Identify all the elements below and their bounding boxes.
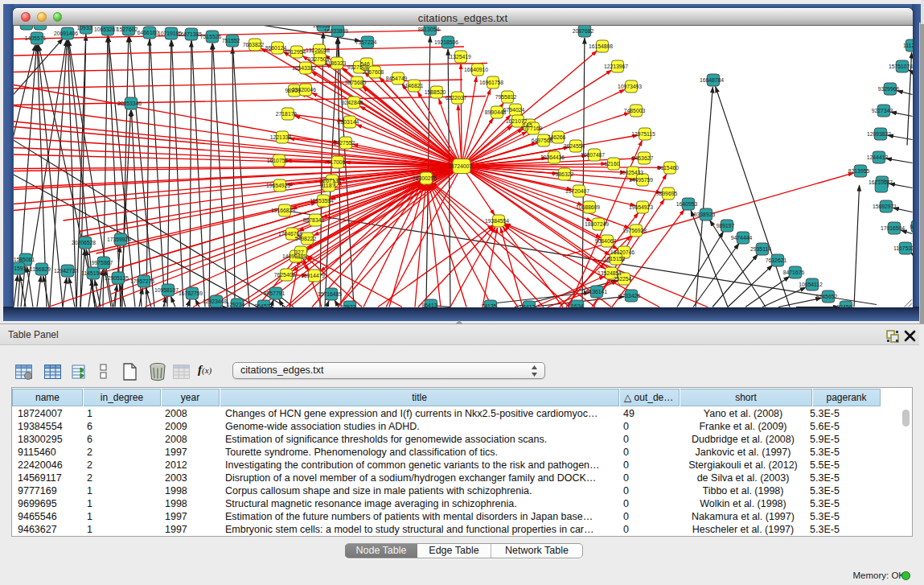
svg-text:15716485: 15716485 [318,291,342,297]
svg-text:1244413: 1244413 [867,154,889,160]
svg-text:1640953: 1640953 [676,201,698,207]
svg-text:391591: 391591 [14,266,27,271]
svg-text:8471676: 8471676 [783,270,805,275]
svg-text:1527602: 1527602 [117,27,138,32]
svg-text:5498222: 5498222 [295,236,317,241]
svg-text:16782759: 16782759 [179,290,203,296]
svg-text:8660124: 8660124 [265,45,287,51]
svg-text:252254: 252254 [614,276,632,282]
svg-text:13226058: 13226058 [306,47,330,53]
svg-text:9115460: 9115460 [658,165,679,171]
svg-text:1221338: 1221338 [270,134,292,140]
svg-text:20364436: 20364436 [540,154,565,160]
svg-text:16640910: 16640910 [464,67,488,72]
svg-text:7632621: 7632621 [766,257,787,263]
svg-text:2367608: 2367608 [363,69,384,75]
svg-text:1585061: 1585061 [14,257,35,262]
svg-text:327: 327 [294,249,304,255]
svg-text:10807487: 10807487 [581,152,605,158]
svg-text:7625402: 7625402 [274,272,296,278]
svg-text:2087682: 2087682 [573,28,594,34]
svg-text:9857791: 9857791 [264,290,285,296]
svg-text:3624554: 3624554 [564,143,585,149]
svg-text:17016504: 17016504 [881,225,905,231]
svg-text:2718176: 2718176 [276,111,298,117]
svg-text:9329966: 9329966 [878,86,900,92]
svg-text:12093822: 12093822 [867,131,891,137]
svg-text:989197: 989197 [717,223,735,229]
svg-text:18724007: 18724007 [448,163,472,169]
svg-text:16961758: 16961758 [479,80,503,85]
svg-text:92456: 92456 [837,304,852,307]
svg-text:20206528: 20206528 [72,240,96,245]
svg-text:8186323: 8186323 [325,60,347,66]
svg-text:746266: 746266 [548,134,566,140]
svg-text:16120746: 16120746 [610,249,634,255]
svg-text:9338923: 9338923 [694,212,716,217]
svg-text:18300295: 18300295 [413,175,437,181]
svg-text:1405571: 1405571 [25,35,47,41]
svg-text:3875685: 3875685 [345,80,367,85]
svg-text:16648784: 16648784 [700,77,724,83]
svg-text:15136141: 15136141 [583,289,607,295]
svg-text:10653267: 10653267 [94,27,118,32]
svg-text:11353594: 11353594 [310,198,334,204]
svg-text:6466160: 6466160 [138,30,159,35]
svg-text:917006: 917006 [327,159,346,165]
svg-text:19654923: 19654923 [629,204,653,210]
svg-text:16914479: 16914479 [301,273,325,278]
svg-text:16033809: 16033809 [324,28,348,34]
svg-text:6876: 6876 [910,224,913,229]
svg-text:86413: 86413 [422,303,437,307]
svg-text:751552: 751552 [222,38,240,43]
svg-text:8454749: 8454749 [386,76,408,81]
svg-text:16543382: 16543382 [292,65,316,71]
svg-text:7485003: 7485003 [624,108,646,113]
svg-text:8213955: 8213955 [848,168,870,174]
svg-text:8878342: 8878342 [303,217,325,223]
svg-text:14495759: 14495759 [629,177,653,183]
svg-text:12975115: 12975115 [631,131,655,137]
svg-text:9474444: 9474444 [731,235,753,241]
svg-text:1588520: 1588520 [425,89,446,95]
svg-text:8427552: 8427552 [334,140,355,146]
svg-text:1733426: 1733426 [619,293,641,299]
svg-text:19218506: 19218506 [434,39,458,45]
svg-text:10654112: 10654112 [799,282,823,287]
svg-text:12942737: 12942737 [54,268,78,274]
svg-text:15720407: 15720407 [565,188,589,194]
svg-text:9227343: 9227343 [872,108,893,113]
svg-text:8912954: 8912954 [285,49,306,55]
svg-text:9463627: 9463627 [632,155,654,161]
svg-text:2935114: 2935114 [750,246,771,252]
svg-text:74135: 74135 [482,303,497,307]
svg-text:7357224: 7357224 [355,39,377,45]
svg-text:8813054: 8813054 [418,27,440,32]
svg-text:1167533: 1167533 [893,245,913,251]
svg-text:9084067: 9084067 [595,238,617,244]
svg-text:81634: 81634 [569,303,584,307]
svg-text:10025433: 10025433 [619,170,643,175]
svg-text:9118?: 9118? [320,183,335,188]
svg-text:7386322: 7386322 [552,171,574,177]
svg-text:9146821: 9146821 [402,83,424,89]
svg-text:7515526: 7515526 [200,34,222,39]
svg-text:15751074: 15751074 [889,64,913,69]
svg-text:19756928: 19756928 [622,228,647,233]
svg-text:9245652: 9245652 [816,294,838,299]
svg-text:9975867: 9975867 [92,260,113,266]
svg-text:11325419: 11325419 [447,54,471,60]
svg-text:96412: 96412 [520,304,536,307]
svg-text:17957275: 17957275 [130,278,154,284]
svg-text:1156829: 1156829 [30,266,51,272]
svg-text:546: 546 [360,61,370,67]
svg-text:2803144: 2803144 [338,119,359,125]
svg-text:16671385: 16671385 [178,31,202,37]
svg-text:1615152: 1615152 [604,256,626,262]
svg-text:10973493: 10973493 [618,84,642,89]
svg-text:129234: 129234 [227,302,245,307]
svg-text:11124: 11124 [903,43,913,48]
svg-text:17359924: 17359924 [107,237,131,242]
svg-text:20691406: 20691406 [54,31,78,36]
svg-text:18807249: 18807249 [585,221,609,227]
